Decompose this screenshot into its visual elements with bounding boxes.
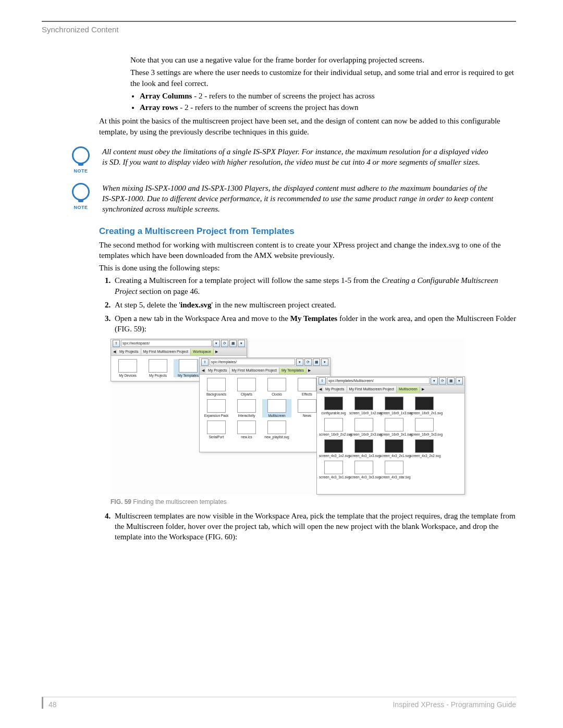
refresh-icon[interactable]: ⟳ bbox=[439, 377, 446, 385]
folder-item[interactable]: new_playlist.svg bbox=[262, 421, 291, 439]
note-1-text: All content must obey the limitations of… bbox=[102, 146, 516, 168]
template-item[interactable]: screen_4x3_1x3.svg bbox=[349, 439, 378, 458]
template-item[interactable]: screen_16x9_1x2.svg bbox=[349, 397, 378, 415]
step-4: Multiscreen templates are now visible in… bbox=[113, 511, 516, 542]
intro-p3: At this point the basics of the multiscr… bbox=[99, 116, 516, 137]
up-icon[interactable]: ⇧ bbox=[319, 377, 326, 385]
template-item[interactable]: screen_16x9_2x3.svg bbox=[349, 418, 378, 436]
figure-caption: FIG. 59 Finding the multiscreen template… bbox=[111, 498, 516, 505]
up-icon[interactable]: ⇧ bbox=[201, 359, 209, 366]
tab-multiscreen[interactable]: Multiscreen bbox=[397, 386, 420, 392]
folder-item[interactable]: My Templates bbox=[174, 359, 203, 377]
note-2: NOTE When mixing IS-SPX-1000 and IS-SPX-… bbox=[68, 183, 516, 215]
folder-item[interactable]: Clocks bbox=[262, 378, 291, 396]
folder-item[interactable]: Multiscreen bbox=[262, 399, 291, 417]
template-item[interactable]: screen_4x3_3x3.svg bbox=[349, 461, 378, 479]
lightbulb-icon bbox=[72, 146, 90, 164]
template-item[interactable]: screen_4x3_3x1.svg bbox=[319, 461, 348, 479]
template-item[interactable]: screen_4x3_star.svg bbox=[380, 461, 409, 479]
bullet-array-columns: Array Columns - 2 - refers to the number… bbox=[140, 91, 516, 101]
lightbulb-icon bbox=[72, 183, 90, 201]
tab-my-first[interactable]: My First Multiscreen Project bbox=[141, 349, 191, 355]
template-item[interactable]: screen_4x3_2x1.svg bbox=[380, 439, 409, 458]
folder-item[interactable]: SerialPort bbox=[202, 421, 231, 439]
intro-p2: These 3 settings are where the user need… bbox=[130, 67, 516, 89]
nav-right-icon[interactable]: ▶ bbox=[214, 349, 220, 355]
refresh-icon[interactable]: ⟳ bbox=[304, 359, 312, 366]
page-footer: 48 Inspired XPress - Programming Guide bbox=[42, 697, 516, 709]
tab-my-first[interactable]: My First Multiscreen Project bbox=[347, 386, 397, 392]
folder-item[interactable]: Cliparts bbox=[232, 378, 261, 396]
page-number: 48 bbox=[48, 700, 57, 709]
template-item[interactable]: screen_16x9_3x1.svg bbox=[380, 418, 409, 436]
nav-right-icon[interactable]: ▶ bbox=[307, 367, 313, 374]
section-p2: This is done using the following steps: bbox=[99, 263, 516, 273]
nav-right-icon[interactable]: ▶ bbox=[420, 386, 426, 392]
dropdown-icon[interactable]: ▾ bbox=[296, 359, 303, 366]
note-icon: NOTE bbox=[68, 146, 94, 174]
figure-59: ⇧ spx://workspace/ ▾ ⟳ ▦ ▾ ◀ My Projects… bbox=[111, 339, 465, 495]
template-item[interactable]: screen_16x9_2x2.svg bbox=[319, 418, 348, 436]
dropdown-icon[interactable]: ▾ bbox=[213, 340, 220, 347]
nav-left-icon[interactable]: ◀ bbox=[111, 349, 117, 355]
note-2-text: When mixing IS-SPX-1000 and IS-SPX-1300 … bbox=[102, 183, 516, 215]
folder-icon[interactable]: ▦ bbox=[447, 377, 455, 385]
footer-title: Inspired XPress - Programming Guide bbox=[393, 700, 516, 709]
template-item[interactable]: screen_16x9_1x3.svg bbox=[380, 397, 409, 415]
step-1: Creating a Multiscreen for a template pr… bbox=[113, 275, 516, 297]
folder-item[interactable]: Backgrounds bbox=[202, 378, 231, 396]
dropdown-icon[interactable]: ▾ bbox=[431, 377, 438, 385]
template-item[interactable]: screen_16x9_2x1.svg bbox=[410, 397, 439, 415]
folder-item[interactable]: Interactivity bbox=[232, 399, 261, 417]
top-rule bbox=[42, 21, 516, 22]
template-item[interactable]: configurable.svg bbox=[319, 397, 348, 415]
bullet-array-rows: Array rows - 2 - refers to the number of… bbox=[140, 102, 516, 113]
tab-my-projects[interactable]: My Projects bbox=[206, 367, 230, 374]
nav-left-icon[interactable]: ◀ bbox=[317, 386, 323, 392]
template-item[interactable]: screen_4x3_1x2.svg bbox=[319, 439, 348, 458]
tab-workspace[interactable]: Workspace bbox=[191, 349, 214, 355]
address-input[interactable]: spx://workspace/ bbox=[121, 340, 212, 347]
folder-item[interactable]: Expansion Pack bbox=[202, 399, 231, 417]
tab-my-first[interactable]: My First Multiscreen Project bbox=[230, 367, 279, 374]
folder-item[interactable]: My Projects bbox=[143, 359, 173, 377]
panel-multiscreen: ⇧ spx://templates/Multiscreen/ ▾ ⟳ ▦ ▾ ◀… bbox=[316, 376, 465, 495]
folder-icon[interactable]: ▦ bbox=[313, 359, 320, 366]
nav-left-icon[interactable]: ◀ bbox=[200, 367, 206, 374]
step-2: At step 5, delete the 'index.svg' in the… bbox=[113, 300, 516, 310]
folder-icon[interactable]: ▦ bbox=[229, 340, 237, 347]
step-3: Open a new tab in the Workspace Area and… bbox=[113, 313, 516, 335]
panel-templates: ⇧ spx://templates/ ▾ ⟳ ▦ ▾ ◀ My Projects… bbox=[199, 357, 331, 452]
section-p1: The second method for working with multi… bbox=[99, 240, 516, 261]
view-icon[interactable]: ▾ bbox=[456, 377, 463, 385]
up-icon[interactable]: ⇧ bbox=[113, 340, 120, 347]
section-heading: Creating a Multiscreen Project from Temp… bbox=[99, 226, 516, 237]
address-input[interactable]: spx://templates/Multiscreen/ bbox=[327, 377, 430, 384]
folder-item[interactable]: new.ics bbox=[232, 421, 261, 439]
view-icon[interactable]: ▾ bbox=[321, 359, 328, 366]
tab-my-projects[interactable]: My Projects bbox=[117, 349, 141, 355]
running-header: Synchronized Content bbox=[42, 25, 516, 34]
folder-item[interactable]: My Devices bbox=[113, 359, 142, 377]
tab-my-templates[interactable]: My Templates bbox=[279, 367, 307, 374]
refresh-icon[interactable]: ⟳ bbox=[221, 340, 228, 347]
view-icon[interactable]: ▾ bbox=[238, 340, 245, 347]
note-icon: NOTE bbox=[68, 183, 94, 210]
template-item[interactable]: screen_16x9_3x3.svg bbox=[410, 418, 439, 436]
tab-my-projects[interactable]: My Projects bbox=[323, 386, 347, 392]
address-input[interactable]: spx://templates/ bbox=[210, 359, 295, 365]
note-1: NOTE All content must obey the limitatio… bbox=[68, 146, 516, 174]
intro-p1: Note that you can use a negative value f… bbox=[130, 55, 516, 65]
template-item[interactable]: screen_4x3_2x2.svg bbox=[410, 439, 439, 458]
